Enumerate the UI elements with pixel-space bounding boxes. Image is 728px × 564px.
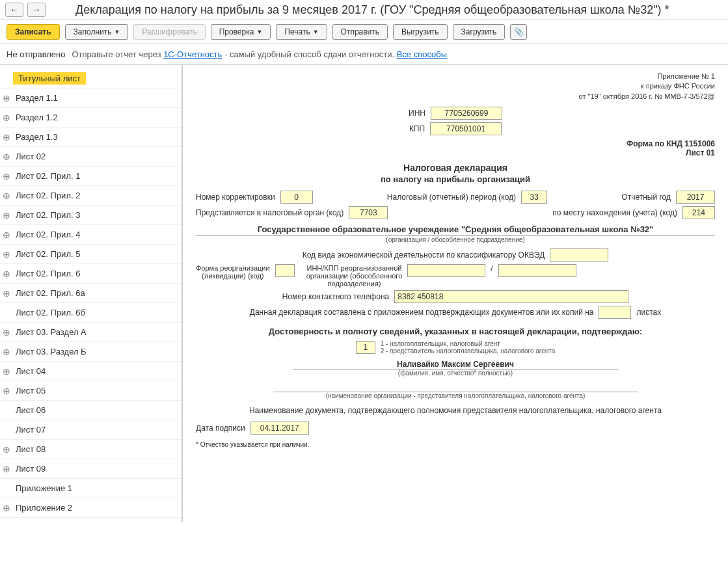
expand-icon[interactable]: ⊕ [3,210,10,221]
reorg-inn-label3: подразделения) [306,280,403,288]
expand-icon[interactable]: ⊕ [3,113,10,123]
sidebar-item-21[interactable]: Приложение 1 [0,479,182,498]
authority-input[interactable]: 7703 [349,206,388,219]
reorg-form-input[interactable] [275,264,295,277]
sidebar-item-label: Приложение 1 [13,482,75,494]
sidebar-item-4[interactable]: ⊕Лист 02 [0,147,182,167]
sidebar-item-label: Раздел 1.3 [13,131,61,143]
expand-icon[interactable]: ⊕ [3,503,10,513]
expand-icon[interactable]: ⊕ [3,191,10,201]
expand-icon[interactable]: ⊕ [3,288,10,299]
sidebar-item-20[interactable]: ⊕Лист 09 [0,459,182,479]
docs-input[interactable] [599,306,631,319]
org-name: Государственное образовательное учрежден… [196,224,715,236]
phone-input[interactable]: 8362 450818 [394,290,628,303]
corr-input[interactable]: 0 [280,191,313,204]
sidebar-item-18[interactable]: Лист 07 [0,420,182,440]
sidebar-item-label: Раздел 1.2 [13,111,61,124]
sidebar-item-label: Лист 04 [13,365,48,377]
sidebar-item-label: Лист 02. Прил. 5 [13,248,83,260]
sidebar-item-5[interactable]: ⊕Лист 02. Прил. 1 [0,167,182,186]
phone-label: Номер контактного телефона [282,292,389,301]
back-button[interactable]: ← [5,3,23,17]
check-button[interactable]: Проверка▼ [211,24,271,40]
sidebar-item-14[interactable]: ⊕Лист 03. Раздел Б [0,342,182,362]
reorg-inn-label1: ИНН/КПП реорганизованной [306,264,403,272]
okved-input[interactable] [550,248,608,262]
export-button[interactable]: Выгрузить [393,24,448,40]
sidebar-item-13[interactable]: ⊕Лист 03. Раздел А [0,323,182,342]
expand-icon[interactable]: ⊕ [3,386,10,396]
sidebar-item-label: Лист 07 [13,423,48,436]
link-all-methods[interactable]: Все способы [397,49,447,59]
sidebar-item-label: Лист 03. Раздел А [13,326,89,338]
year-input[interactable]: 2017 [676,191,715,204]
docs-label2: листах [636,308,661,317]
signer-code-input[interactable]: 1 [356,341,375,354]
form-subtitle: по налогу на прибыль организаций [196,174,715,184]
forward-button[interactable]: → [27,3,46,17]
signer-name: Наливайко Максим Сергеевич [293,360,618,369]
sidebar-item-12[interactable]: Лист 02. Прил. 6б [0,303,182,323]
sidebar-item-label: Лист 06 [13,404,48,416]
sidebar-item-11[interactable]: ⊕Лист 02. Прил. 6а [0,284,182,303]
sidebar-item-17[interactable]: Лист 06 [0,401,182,420]
sidebar-item-3[interactable]: ⊕Раздел 1.3 [0,128,182,147]
period-input[interactable]: 33 [521,191,547,204]
sidebar-item-label: Лист 02 [13,150,48,163]
attach-button[interactable]: 📎 [510,24,527,40]
sign-date-input[interactable]: 04.11.2017 [250,422,309,435]
expand-icon[interactable]: ⊕ [3,444,10,455]
send-button[interactable]: Отправить [332,24,388,40]
sidebar-item-7[interactable]: ⊕Лист 02. Прил. 3 [0,206,182,225]
sidebar-item-9[interactable]: ⊕Лист 02. Прил. 5 [0,245,182,264]
sidebar-item-19[interactable]: ⊕Лист 08 [0,440,182,459]
expand-icon[interactable]: ⊕ [3,269,10,279]
sidebar-item-label: Лист 09 [13,463,48,475]
sidebar-item-15[interactable]: ⊕Лист 04 [0,362,182,381]
sidebar-item-16[interactable]: ⊕Лист 05 [0,381,182,401]
rep-org-line [273,383,638,392]
sign-date-label: Дата подписи [196,423,245,433]
sidebar: Титульный лист⊕Раздел 1.1⊕Раздел 1.2⊕Раз… [0,65,182,522]
expand-icon[interactable]: ⊕ [3,249,10,260]
sidebar-item-6[interactable]: ⊕Лист 02. Прил. 2 [0,186,182,206]
kpp-input[interactable]: 770501001 [430,122,502,135]
link-1c[interactable]: 1С-Отчетность [163,49,222,59]
reorg-form-label1: Форма реорганизации [196,264,270,272]
fill-button[interactable]: Заполнить▼ [65,24,129,40]
reorg-inn-input1[interactable] [407,264,485,277]
expand-icon[interactable]: ⊕ [3,327,10,338]
okved-label: Код вида экономической деятельности по к… [303,250,545,260]
expand-icon[interactable]: ⊕ [3,464,10,474]
expand-icon[interactable]: ⊕ [3,152,10,162]
reorg-inn-input2[interactable] [498,264,576,277]
expand-icon[interactable]: ⊕ [3,171,10,181]
print-button[interactable]: Печать▼ [276,24,327,40]
expand-icon[interactable]: ⊕ [3,347,10,357]
sidebar-item-10[interactable]: ⊕Лист 02. Прил. 6 [0,264,182,284]
inn-input[interactable]: 7705260699 [431,107,502,120]
sidebar-item-2[interactable]: ⊕Раздел 1.2 [0,108,182,128]
year-label: Отчетный год [621,193,671,202]
org-note: (организация / обособленное подразделени… [196,236,715,243]
sidebar-item-22[interactable]: ⊕Приложение 2 [0,498,182,518]
expand-icon[interactable]: ⊕ [3,132,10,142]
expand-icon[interactable]: ⊕ [3,93,10,103]
form-title: Налоговая декларация [196,163,715,173]
status-hint: Отправьте отчет через 1С-Отчетность - са… [72,49,447,59]
expand-icon[interactable]: ⊕ [3,230,10,240]
toolbar: Записать Заполнить▼ Расшифровать Проверк… [0,20,728,44]
sidebar-item-label: Лист 02. Прил. 1 [13,170,83,182]
import-button[interactable]: Загрузить [453,24,506,40]
sidebar-item-8[interactable]: ⊕Лист 02. Прил. 4 [0,225,182,245]
signer-name-note: (фамилия, имя, отчество* полностью) [293,369,618,377]
reorg-inn-label2: организации (обособленного [306,272,403,280]
location-input[interactable]: 214 [682,206,715,219]
sidebar-item-0[interactable]: Титульный лист [0,69,182,88]
expand-icon[interactable]: ⊕ [3,366,10,377]
save-button[interactable]: Записать [7,24,60,40]
sidebar-item-1[interactable]: ⊕Раздел 1.1 [0,88,182,108]
page-title: Декларация по налогу на прибыль за 9 мес… [75,3,669,17]
status-label: Не отправлено [7,49,65,59]
